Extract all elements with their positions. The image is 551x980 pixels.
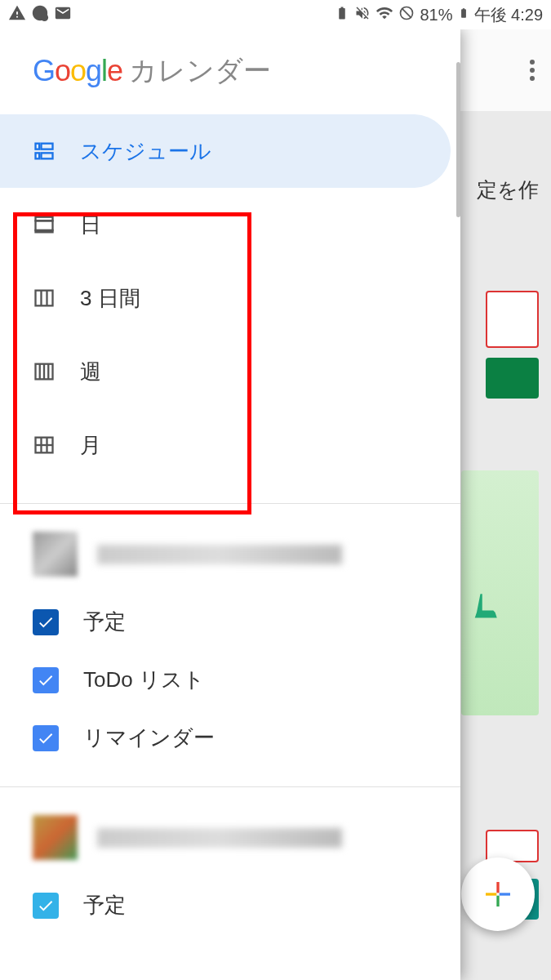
divider [0,786,460,787]
checkbox-checked[interactable] [33,725,59,751]
account-section-2: 予定 [0,792,460,949]
account-name-redacted [97,828,342,848]
no-interrupt-icon [398,5,415,25]
account-name-redacted [97,545,342,564]
scrollbar[interactable] [456,62,460,217]
calendar-label: リマインダー [83,724,215,752]
mail-icon [54,4,72,25]
bg-event-outline [486,291,539,348]
account-header[interactable] [0,523,460,593]
view-month[interactable]: 月 [0,408,451,482]
status-right-icons: 81% 午後 4:29 [335,4,543,26]
svg-rect-6 [42,153,53,158]
calendar-label: 予定 [83,608,126,636]
bg-event-solid [486,358,539,399]
week-icon [33,360,56,383]
month-icon [33,434,56,457]
view-week[interactable]: 週 [0,335,451,408]
battery-icon [458,4,469,26]
calendar-label: ToDo リスト [83,666,205,694]
calendar-label: 予定 [83,891,126,920]
view-label: 週 [80,358,101,386]
calendar-item-events-2[interactable]: 予定 [0,876,460,934]
drawer-header: Google カレンダー [0,29,460,114]
overflow-menu-icon[interactable] [530,60,535,81]
bg-peek-text: 定を作 [477,176,539,203]
svg-rect-8 [36,220,53,230]
battery-percent: 81% [420,6,452,24]
app-notification-icon [31,4,49,25]
account-section-1: 予定 ToDo リスト リマインダー [0,509,460,782]
divider [0,503,460,504]
avatar [33,532,78,577]
navigation-drawer[interactable]: Google カレンダー スケジュール 日 3 日間 週 [0,29,460,980]
svg-point-0 [41,14,48,21]
svg-rect-9 [36,230,53,232]
checkbox-checked[interactable] [33,609,59,635]
app-name: カレンダー [129,52,271,90]
calendar-item-events[interactable]: 予定 [0,593,460,651]
battery-saver-icon [335,6,349,24]
warning-icon [8,4,26,25]
svg-rect-5 [36,153,40,158]
svg-line-2 [402,8,412,18]
wifi-icon [375,4,393,26]
view-label: 3 日間 [80,284,140,313]
clock-time: 午後 4:29 [474,4,543,26]
status-left-icons [8,4,72,25]
vibrate-icon [354,5,371,25]
fab-add-button[interactable] [461,858,535,931]
google-logo: Google [33,54,122,88]
three-day-icon [33,287,56,310]
schedule-icon [33,140,56,163]
bg-event-boxes [486,291,539,399]
view-schedule[interactable]: スケジュール [0,114,451,188]
svg-rect-10 [36,291,53,306]
view-label: 日 [80,211,101,239]
svg-rect-3 [36,144,40,149]
view-day[interactable]: 日 [0,188,451,261]
view-label: スケジュール [80,137,211,166]
svg-rect-4 [42,144,53,149]
calendar-item-reminder[interactable]: リマインダー [0,709,460,767]
account-header[interactable] [0,807,460,876]
view-three-day[interactable]: 3 日間 [0,261,451,335]
bg-month-illustration [461,470,539,715]
checkbox-checked[interactable] [33,667,59,693]
status-bar: 81% 午後 4:29 [0,0,551,29]
avatar [33,815,78,860]
calendar-item-todo[interactable]: ToDo リスト [0,651,460,709]
day-icon [33,213,56,236]
view-options: スケジュール 日 3 日間 週 月 [0,114,460,498]
checkbox-checked[interactable] [33,893,59,919]
view-label: 月 [80,431,101,460]
